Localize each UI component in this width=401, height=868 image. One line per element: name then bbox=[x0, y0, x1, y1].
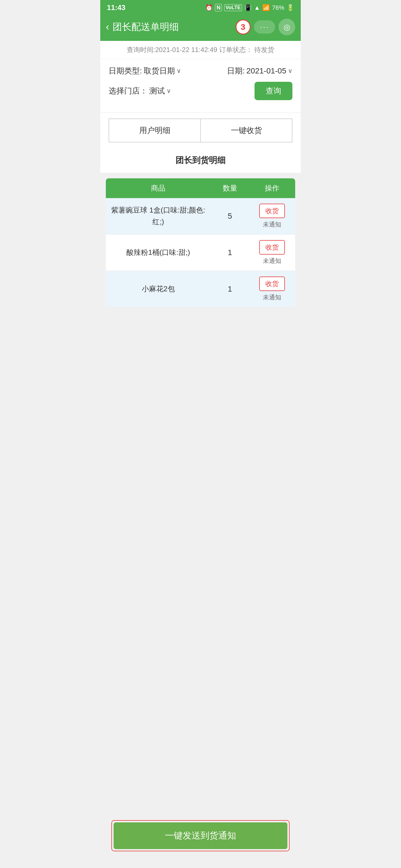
wifi-icon: ▲ bbox=[254, 4, 260, 11]
one-key-receive-button[interactable]: 一键收货 bbox=[200, 119, 292, 143]
header-actions: ··· ◎ bbox=[254, 19, 295, 35]
more-options-button[interactable]: ··· bbox=[254, 20, 275, 34]
filter-section: 日期类型: 取货日期 ∨ 日期: 2021-01-05 ∨ 选择门店： 测试 ∨… bbox=[100, 59, 301, 113]
col-header-product: 商品 bbox=[106, 183, 211, 193]
table-row: 紫薯豌豆球 1盒(口味:甜;颜色:红;) 5 收货 未通知 bbox=[106, 198, 295, 235]
query-info-text: 查询时间:2021-01-22 11:42:49 订单状态： 待发货 bbox=[127, 46, 275, 54]
date-type-row: 日期类型: 取货日期 ∨ 日期: 2021-01-05 ∨ bbox=[109, 66, 292, 76]
product-name-1: 紫薯豌豆球 1盒(口味:甜;颜色:红;) bbox=[106, 205, 211, 227]
battery-icon: 🔋 bbox=[287, 4, 294, 11]
notify-status-3: 未通知 bbox=[263, 293, 281, 302]
table-row: 酸辣粉1桶(口味:甜;) 1 收货 未通知 bbox=[106, 235, 295, 271]
table-title: 团长到货明细 bbox=[100, 148, 301, 173]
signal-icon: 📶 bbox=[262, 4, 270, 11]
notify-status-2: 未通知 bbox=[263, 257, 281, 265]
status-time: 11:43 bbox=[107, 3, 125, 12]
product-action-1: 收货 未通知 bbox=[249, 204, 295, 229]
user-detail-button[interactable]: 用户明细 bbox=[109, 119, 200, 143]
store-label: 选择门店： bbox=[109, 86, 148, 96]
product-action-2: 收货 未通知 bbox=[249, 240, 295, 265]
back-button[interactable]: ‹ bbox=[106, 22, 109, 32]
date-type-dropdown-icon[interactable]: ∨ bbox=[176, 67, 181, 74]
vibrate-icon: 📳 bbox=[244, 4, 252, 11]
receive-button-3[interactable]: 收货 bbox=[259, 277, 285, 291]
product-name-3: 小麻花2包 bbox=[106, 283, 211, 295]
volte-icon: VoLTE bbox=[224, 4, 242, 11]
date-label: 日期: bbox=[227, 66, 245, 76]
status-bar: 11:43 ⏰ N VoLTE 📳 ▲ 📶 76% 🔋 bbox=[100, 0, 301, 14]
table-header: 商品 数量 操作 bbox=[106, 178, 295, 198]
date-dropdown-icon[interactable]: ∨ bbox=[288, 67, 292, 74]
date-type-label: 日期类型: bbox=[109, 66, 142, 76]
product-qty-3: 1 bbox=[211, 285, 249, 293]
query-bar: 查询时间:2021-01-22 11:42:49 订单状态： 待发货 bbox=[100, 41, 301, 59]
store-row: 选择门店： 测试 ∨ 查询 bbox=[109, 82, 292, 100]
notify-status-1: 未通知 bbox=[263, 220, 281, 229]
date-value: 2021-01-05 bbox=[247, 66, 286, 75]
alarm-icon: ⏰ bbox=[205, 4, 213, 11]
receive-button-1[interactable]: 收货 bbox=[259, 204, 285, 218]
col-header-quantity: 数量 bbox=[211, 183, 249, 193]
receive-button-2[interactable]: 收货 bbox=[259, 240, 285, 254]
notification-badge: 3 bbox=[236, 20, 251, 34]
camera-button[interactable]: ◎ bbox=[279, 19, 295, 35]
table-section: 团长到货明细 商品 数量 操作 紫薯豌豆球 1盒(口味:甜;颜色:红;) 5 收… bbox=[100, 148, 301, 307]
camera-icon: ◎ bbox=[284, 23, 290, 32]
action-buttons: 用户明细 一键收货 bbox=[100, 113, 301, 148]
nfc-icon: N bbox=[215, 4, 222, 11]
header: ‹ 团长配送单明细 3 ··· ◎ bbox=[100, 14, 301, 41]
table-row: 小麻花2包 1 收货 未通知 bbox=[106, 271, 295, 307]
query-button[interactable]: 查询 bbox=[255, 82, 292, 100]
product-action-3: 收货 未通知 bbox=[249, 277, 295, 302]
status-icons: ⏰ N VoLTE 📳 ▲ 📶 76% 🔋 bbox=[205, 4, 294, 11]
store-value: 测试 bbox=[149, 86, 165, 96]
col-header-operation: 操作 bbox=[249, 183, 295, 193]
store-dropdown-icon[interactable]: ∨ bbox=[167, 87, 171, 95]
query-btn-container: 查询 bbox=[255, 82, 292, 100]
battery-text: 76% bbox=[272, 4, 284, 11]
delivery-table: 商品 数量 操作 紫薯豌豆球 1盒(口味:甜;颜色:红;) 5 收货 未通知 酸… bbox=[106, 178, 295, 307]
page-title: 团长配送单明细 bbox=[113, 21, 230, 33]
date-right: 日期: 2021-01-05 ∨ bbox=[227, 66, 292, 76]
date-type-value: 取货日期 bbox=[144, 66, 175, 76]
product-qty-2: 1 bbox=[211, 248, 249, 257]
product-qty-1: 5 bbox=[211, 212, 249, 221]
product-name-2: 酸辣粉1桶(口味:甜;) bbox=[106, 247, 211, 258]
